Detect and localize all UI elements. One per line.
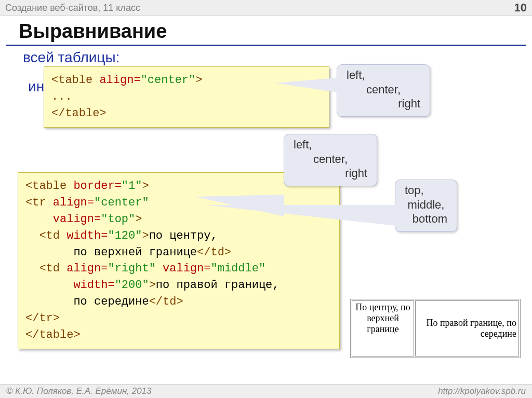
- page-number: 10: [514, 1, 527, 15]
- header-topic: Создание веб-сайтов, 11 класс: [5, 3, 140, 13]
- title-underline: [6, 45, 526, 46]
- footer-bar: © К.Ю. Поляков, Е.А. Ерёмин, 2013 http:/…: [0, 384, 532, 398]
- code-text: border=: [73, 180, 121, 193]
- callout-pointer-icon: [206, 205, 395, 226]
- code-text: по верхней границе: [25, 246, 197, 259]
- code-text: align=: [53, 196, 94, 209]
- code-text: >: [149, 279, 156, 292]
- code-text: >: [195, 74, 202, 87]
- code-text: "center": [94, 196, 149, 209]
- demo-cell-right-middle: По правой границе, по середине: [415, 300, 519, 356]
- footer-copyright: © К.Ю. Поляков, Е.А. Ерёмин, 2013: [6, 386, 152, 396]
- demo-rendered-table: По центру, по верхней границе По правой …: [350, 299, 521, 358]
- code-text: width=: [66, 229, 108, 242]
- code-text: <table: [51, 74, 99, 87]
- code-text: по центру,: [149, 229, 218, 242]
- code-text: >: [135, 213, 142, 226]
- code-block-cell-align: <table border="1"> <tr align="center" va…: [18, 172, 340, 349]
- header-bar: Создание веб-сайтов, 11 класс 10: [0, 0, 532, 16]
- code-text: "center": [141, 74, 196, 87]
- callout-line: center,: [294, 152, 367, 167]
- code-text: "1": [122, 180, 142, 193]
- code-text: по середине: [25, 295, 149, 308]
- code-text: >: [142, 229, 149, 242]
- code-text: </table>: [51, 107, 107, 120]
- callout-valign-values: top, middle, bottom: [395, 180, 457, 232]
- code-text: "right": [108, 262, 163, 275]
- callout-line: middle,: [405, 198, 447, 212]
- code-text: valign=: [53, 213, 101, 226]
- code-text: align=: [66, 262, 108, 275]
- section1-heading: всей таблицы:: [23, 49, 532, 66]
- code-text: >: [142, 180, 149, 193]
- callout-line: top,: [405, 183, 447, 198]
- code-text: "top": [101, 213, 135, 226]
- footer-url: http://kpolyakov.spb.ru: [438, 386, 526, 396]
- callout-line: right: [347, 97, 420, 111]
- slide-title: Выравнивание: [19, 20, 532, 43]
- callout-line: bottom: [405, 212, 447, 226]
- code-text: по правой границе,: [156, 279, 280, 292]
- callout-pointer-icon: [275, 78, 337, 92]
- code-text: </tr>: [25, 312, 60, 325]
- code-text: "120": [108, 229, 142, 242]
- callout-line: left,: [294, 138, 367, 152]
- code-text: valign=: [163, 262, 210, 275]
- code-text: "middle": [210, 262, 265, 275]
- code-text: align=: [99, 74, 140, 87]
- code-block-table-align: <table align="center"> ... </table>: [44, 66, 329, 128]
- callout-line: center,: [347, 83, 420, 97]
- callout-line: right: [294, 166, 367, 181]
- code-text: width=: [73, 279, 114, 292]
- demo-cell-center-top: По центру, по верхней границе: [352, 300, 414, 356]
- code-text: </td>: [197, 246, 231, 259]
- table-row: По центру, по верхней границе По правой …: [352, 300, 519, 356]
- code-text: <tr: [25, 196, 53, 209]
- code-text: [25, 213, 53, 226]
- code-text: <td: [25, 229, 66, 242]
- code-text: "200": [115, 279, 149, 292]
- code-text: </table>: [25, 328, 81, 341]
- code-text: <td: [25, 262, 66, 275]
- callout-align-values-1: left, center, right: [337, 64, 430, 117]
- callout-line: left,: [347, 68, 420, 83]
- code-text: </td>: [149, 295, 183, 308]
- code-text: <table: [25, 180, 73, 193]
- code-text: [25, 279, 73, 292]
- callout-align-values-2: left, center, right: [284, 134, 377, 186]
- code-text: ...: [51, 90, 72, 103]
